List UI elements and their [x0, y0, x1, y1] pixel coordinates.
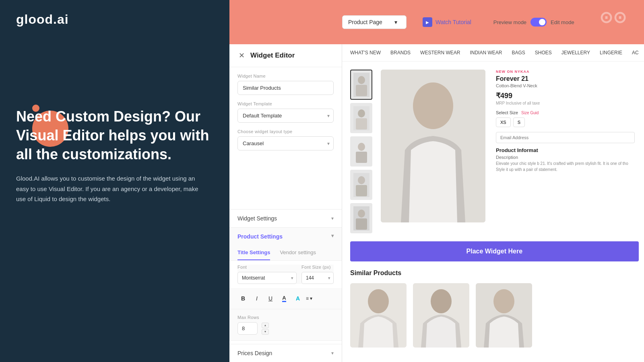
preview-toggle[interactable] — [530, 18, 547, 27]
prices-design-section-header[interactable]: Prices Design ▾ — [229, 344, 342, 362]
tab-vendor-settings[interactable]: Vendor settings — [280, 245, 316, 260]
email-input[interactable] — [496, 132, 635, 143]
prices-design-chevron: ▾ — [331, 350, 334, 356]
thumb-4[interactable] — [350, 170, 372, 200]
close-icon: ✕ — [239, 51, 245, 60]
max-rows-decrement[interactable]: ▾ — [262, 329, 269, 335]
text-color-button[interactable]: A — [279, 293, 290, 304]
nav-indian-wear[interactable]: INDIAN WEAR — [470, 50, 502, 56]
right-side: Product Page ▾ ▶ Watch Tutorial Preview … — [229, 0, 644, 362]
place-widget-banner[interactable]: Place Widget Here — [350, 241, 639, 261]
max-rows-input[interactable] — [237, 322, 258, 335]
svg-rect-5 — [356, 118, 367, 130]
description-label: Description — [496, 155, 635, 160]
svg-point-7 — [358, 143, 365, 151]
tab-title-settings[interactable]: Title Settings — [237, 245, 270, 260]
size-s[interactable]: S — [513, 117, 525, 127]
bold-button[interactable]: B — [237, 293, 249, 304]
thumb-2[interactable] — [350, 103, 372, 133]
left-content: Need Custom Design? Our Visual Editor he… — [16, 107, 213, 204]
similar-product-1[interactable] — [350, 283, 407, 348]
nav-western-wear[interactable]: WESTERN WEAR — [420, 50, 460, 56]
nav-lingerie[interactable]: LINGERIE — [600, 50, 622, 56]
watch-tutorial-icon: ▶ — [423, 17, 432, 27]
svg-point-22 — [493, 289, 514, 313]
left-description: Glood.AI allows you to customise the des… — [16, 173, 201, 204]
nav-bags[interactable]: BAGS — [512, 50, 525, 56]
widget-name-group: Widget Name — [237, 74, 334, 95]
top-banner: Product Page ▾ ▶ Watch Tutorial Preview … — [229, 0, 644, 44]
editor-title: Widget Editor — [250, 51, 295, 60]
similar-product-3[interactable] — [476, 283, 532, 348]
widget-name-label: Widget Name — [237, 74, 334, 78]
widget-template-select[interactable]: Default Template — [237, 109, 334, 123]
product-settings-label: Product Settings — [237, 233, 283, 240]
play-icon: ▶ — [426, 20, 429, 25]
widget-name-input[interactable] — [237, 81, 334, 95]
thumb-1[interactable] — [350, 70, 372, 100]
svg-point-10 — [358, 176, 365, 184]
preview-nav: WHAT'S NEW BRANDS WESTERN WEAR INDIAN WE… — [342, 44, 644, 62]
font-size-select[interactable]: 144 — [301, 272, 334, 284]
product-info: NEW ON NYKAA Forever 21 Cotton-Blend V-N… — [492, 70, 639, 233]
nav-whats-new[interactable]: WHAT'S NEW — [350, 50, 381, 56]
italic-button[interactable]: I — [251, 293, 262, 304]
watch-tutorial-button[interactable]: ▶ Watch Tutorial — [423, 17, 471, 27]
svg-point-4 — [358, 109, 365, 117]
font-settings-row: Font Montserrat Font Size (px) 144 — [237, 265, 334, 284]
svg-point-16 — [413, 82, 453, 129]
product-settings-section-header[interactable]: Product Settings ▴ — [229, 227, 342, 245]
editor-header: ✕ Widget Editor — [229, 44, 342, 67]
edit-mode-label: Edit mode — [551, 19, 574, 25]
product-page-preview: WHAT'S NEW BRANDS WESTERN WEAR INDIAN WE… — [342, 44, 644, 362]
product-detail: NEW ON NYKAA Forever 21 Cotton-Blend V-N… — [342, 62, 644, 241]
page-selector[interactable]: Product Page ▾ — [342, 15, 407, 29]
thumb-5[interactable] — [350, 203, 372, 233]
font-select-wrapper: Montserrat — [237, 272, 297, 284]
product-subtitle: Cotton-Blend V-Neck — [496, 83, 635, 88]
nav-jewellery[interactable]: JEWELLERY — [561, 50, 590, 56]
svg-rect-11 — [356, 185, 367, 196]
close-button[interactable]: ✕ — [237, 51, 246, 60]
widget-settings-label: Widget Settings — [237, 215, 277, 222]
product-info-heading: Product Informat — [496, 147, 635, 153]
font-select[interactable]: Montserrat — [237, 272, 297, 284]
layout-type-group: Choose widget layout type Carausel — [237, 129, 334, 150]
highlight-icon: A — [296, 295, 300, 302]
editor-body: Widget Name Widget Template Default Temp… — [229, 67, 342, 209]
underline-button[interactable]: U — [265, 293, 276, 304]
logo: glood.ai — [16, 12, 213, 27]
font-size-select-wrapper: 144 — [301, 272, 334, 284]
thumb-3[interactable] — [350, 136, 372, 167]
align-button[interactable]: ≡ ▾ — [306, 296, 312, 301]
highlight-color-button[interactable]: A — [292, 293, 303, 304]
top-toolbar: Product Page ▾ ▶ Watch Tutorial Preview … — [229, 0, 644, 44]
svg-rect-14 — [356, 218, 367, 230]
nav-ac[interactable]: AC — [632, 50, 639, 56]
prices-design-label: Prices Design — [237, 350, 272, 356]
max-rows-section: Max Rows ▴ ▾ — [229, 309, 342, 341]
widget-settings-chevron: ▾ — [331, 216, 334, 221]
banner-logo-decoration: ⊙⊙ — [599, 8, 627, 27]
size-xs[interactable]: XS — [496, 117, 511, 127]
preview-mode-section: Preview mode Edit mode — [493, 18, 574, 27]
widget-template-group: Widget Template Default Template — [237, 101, 334, 123]
layout-type-select[interactable]: Carausel — [237, 136, 334, 150]
product-settings-chevron: ▴ — [331, 234, 334, 239]
nav-shoes[interactable]: SHOES — [535, 50, 552, 56]
max-rows-increment[interactable]: ▴ — [262, 323, 269, 328]
description-text: Elevate your chic style b 21. It's craft… — [496, 160, 635, 173]
similar-products-grid — [350, 283, 639, 348]
size-guide-link[interactable]: Size Guid — [521, 111, 539, 115]
widget-settings-section-header[interactable]: Widget Settings ▾ — [229, 209, 342, 227]
watch-tutorial-label: Watch Tutorial — [436, 19, 471, 25]
size-options: XS S — [496, 117, 635, 127]
nav-brands[interactable]: BRANDS — [390, 50, 411, 56]
similar-product-2[interactable] — [413, 283, 469, 348]
max-rows-stepper: ▴ ▾ — [262, 323, 269, 335]
similar-products-section: Similar Products — [342, 261, 644, 356]
main-area: ✕ Widget Editor Widget Name Widget Templ… — [229, 44, 644, 362]
font-size-label: Font Size (px) — [301, 265, 334, 269]
svg-point-13 — [358, 210, 365, 218]
tab-title-label: Title Settings — [237, 249, 270, 255]
